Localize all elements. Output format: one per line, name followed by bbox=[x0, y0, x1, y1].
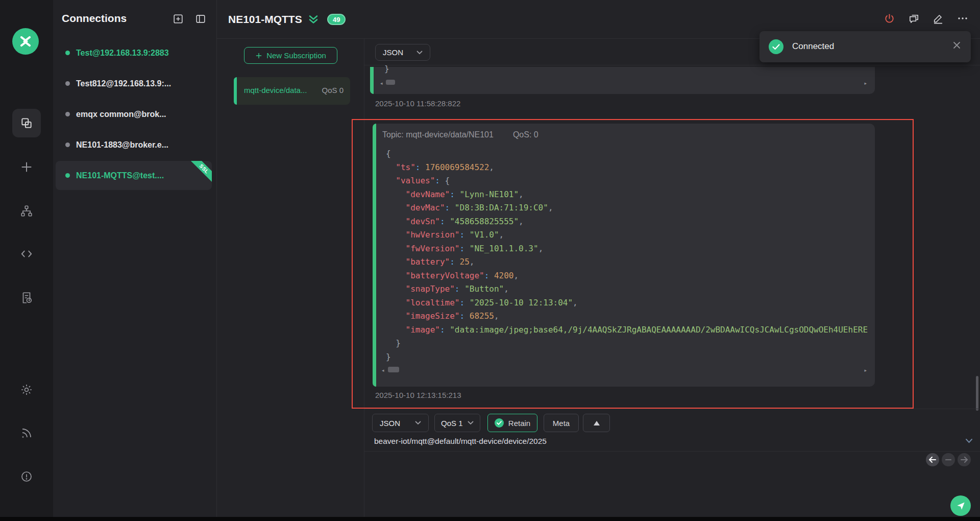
connection-row-selected[interactable]: NE101-MQTTS@test.... SSL bbox=[56, 161, 212, 190]
nav-feed-rss-icon[interactable] bbox=[12, 419, 41, 447]
message-topic-line: Topic: mqtt-device/data/NE101QoS: 0 bbox=[382, 130, 538, 139]
new-subscription-label: New Subscription bbox=[266, 51, 326, 60]
topic-chevron-down-icon[interactable] bbox=[965, 438, 973, 443]
chevron-down-icon bbox=[416, 51, 423, 55]
publish-qos-value: QoS 1 bbox=[441, 419, 463, 428]
message-received-bar bbox=[373, 124, 376, 387]
connected-toast: Connected bbox=[760, 31, 971, 62]
publish-topic-row[interactable]: beaver-iot/mqtt@default/mqtt-device/devi… bbox=[364, 432, 980, 452]
toast-close-icon[interactable] bbox=[953, 41, 961, 49]
triangle-up-icon bbox=[594, 421, 600, 425]
status-dot bbox=[65, 51, 70, 55]
success-check-icon bbox=[769, 39, 783, 54]
meta-button[interactable]: Meta bbox=[544, 414, 579, 432]
payload-tail: } bbox=[384, 64, 389, 74]
message-timestamp: 2025-10-10 11:58:28:822 bbox=[375, 99, 460, 108]
message-count-badge: 49 bbox=[327, 14, 346, 25]
mqttx-logo-glyph bbox=[18, 34, 33, 49]
publish-qos-select[interactable]: QoS 1 bbox=[434, 414, 480, 432]
payload-format-select[interactable]: JSON bbox=[375, 44, 430, 61]
disconnect-power-icon[interactable] bbox=[884, 13, 895, 25]
message-received-bar bbox=[370, 67, 374, 94]
nav-about-info-icon[interactable] bbox=[12, 462, 41, 491]
add-connection-icon[interactable] bbox=[173, 13, 184, 25]
messages-panel: JSON } ◂ ▸ 2025-10-10 11:58:28:822 Topic… bbox=[364, 39, 980, 517]
publish-topic-input[interactable]: beaver-iot/mqtt@default/mqtt-device/devi… bbox=[374, 437, 547, 446]
more-ellipsis-icon[interactable] bbox=[957, 12, 969, 25]
publish-format-value: JSON bbox=[380, 419, 400, 428]
connections-panel: Connections Test@192.168.13.9:2883 Test8… bbox=[53, 0, 217, 517]
payload-code: { "ts": 1760069584522, "values": { "devN… bbox=[386, 147, 872, 364]
connection-title: NE101-MQTTS bbox=[228, 13, 302, 26]
chevron-down-icon bbox=[468, 421, 474, 425]
message-bubble-current: Topic: mqtt-device/data/NE101QoS: 0 { "t… bbox=[373, 124, 875, 387]
connection-name: NE101-1883@broker.e... bbox=[76, 140, 168, 150]
send-button[interactable] bbox=[950, 495, 971, 516]
collapse-publish-button[interactable] bbox=[583, 414, 610, 432]
connection-name: Test812@192.168.13.9:... bbox=[76, 79, 171, 88]
new-subscription-button[interactable]: New Subscription bbox=[244, 47, 337, 64]
message-bubble-previous: } ◂ ▸ bbox=[370, 67, 875, 94]
subscription-topic: mqtt-device/data... bbox=[244, 86, 307, 94]
publish-format-select[interactable]: JSON bbox=[372, 414, 429, 432]
arrow-left-icon bbox=[929, 457, 936, 463]
connection-row[interactable]: Test@192.168.13.9:2883 bbox=[56, 38, 212, 67]
status-dot bbox=[65, 143, 70, 147]
retain-label: Retain bbox=[508, 419, 530, 428]
retain-toggle[interactable]: Retain bbox=[487, 414, 537, 432]
connection-row[interactable]: Test812@192.168.13.9:... bbox=[56, 69, 212, 98]
hscroll-left-icon[interactable]: ◂ bbox=[380, 81, 383, 86]
retain-check-icon bbox=[495, 418, 504, 428]
connection-row[interactable]: emqx common@brok... bbox=[56, 100, 212, 129]
connections-title: Connections bbox=[62, 12, 127, 25]
format-value: JSON bbox=[383, 48, 403, 57]
nav-settings-gear-icon[interactable] bbox=[12, 375, 41, 404]
header-actions bbox=[884, 12, 969, 25]
connection-name: Test@192.168.13.9:2883 bbox=[76, 49, 169, 58]
messages-icon[interactable] bbox=[908, 13, 920, 25]
plus-icon bbox=[255, 52, 262, 59]
status-dot bbox=[65, 81, 70, 86]
window-bottom-strip bbox=[0, 517, 980, 521]
nav-log-icon[interactable] bbox=[12, 283, 41, 312]
publish-divider bbox=[364, 409, 980, 409]
icon-rail bbox=[0, 0, 53, 517]
message-timestamp: 2025-10-10 12:13:15:213 bbox=[375, 391, 461, 399]
toast-message: Connected bbox=[792, 41, 834, 52]
status-dot bbox=[65, 112, 70, 116]
subscription-active-bar bbox=[234, 77, 237, 105]
connection-name: NE101-MQTTS@test.... bbox=[76, 171, 164, 180]
connection-name: emqx common@brok... bbox=[76, 110, 166, 119]
mqttx-logo[interactable] bbox=[12, 28, 39, 55]
hscroll-thumb[interactable] bbox=[388, 367, 399, 372]
subscription-item[interactable]: mqtt-device/data... QoS 0 bbox=[234, 77, 350, 105]
edit-pencil-icon[interactable] bbox=[933, 13, 944, 24]
history-back-button[interactable] bbox=[926, 453, 939, 466]
message-topic: Topic: mqtt-device/data/NE101 bbox=[382, 130, 494, 139]
ssl-badge: SSL bbox=[188, 161, 212, 184]
message-qos: QoS: 0 bbox=[513, 130, 538, 139]
nav-new-connection-plus-icon[interactable] bbox=[12, 153, 41, 181]
minus-icon bbox=[945, 459, 951, 461]
nav-connections-icon[interactable] bbox=[12, 109, 41, 137]
hscroll-left-icon[interactable]: ◂ bbox=[382, 368, 384, 373]
hscroll-thumb[interactable] bbox=[386, 80, 395, 85]
vertical-scrollbar[interactable] bbox=[976, 376, 978, 411]
paper-plane-icon bbox=[956, 501, 966, 511]
status-dot bbox=[65, 173, 70, 178]
nav-topology-icon[interactable] bbox=[12, 197, 41, 225]
subscription-qos: QoS 0 bbox=[322, 86, 344, 94]
hscroll-right-icon[interactable]: ▸ bbox=[864, 368, 867, 373]
collapse-panel-icon[interactable] bbox=[195, 13, 206, 25]
history-forward-button[interactable] bbox=[958, 453, 971, 466]
chevron-down-icon bbox=[415, 421, 421, 425]
connection-row[interactable]: NE101-1883@broker.e... bbox=[56, 130, 212, 159]
hscroll-right-icon[interactable]: ▸ bbox=[864, 81, 867, 86]
nav-script-icon[interactable] bbox=[12, 240, 41, 268]
clear-button[interactable] bbox=[942, 453, 955, 466]
mqttx-app: Connections Test@192.168.13.9:2883 Test8… bbox=[0, 0, 980, 521]
meta-label: Meta bbox=[553, 419, 570, 428]
subscriptions-panel: New Subscription mqtt-device/data... QoS… bbox=[217, 39, 364, 517]
arrow-right-icon bbox=[961, 457, 968, 463]
chevrons-down-icon[interactable] bbox=[307, 14, 320, 26]
